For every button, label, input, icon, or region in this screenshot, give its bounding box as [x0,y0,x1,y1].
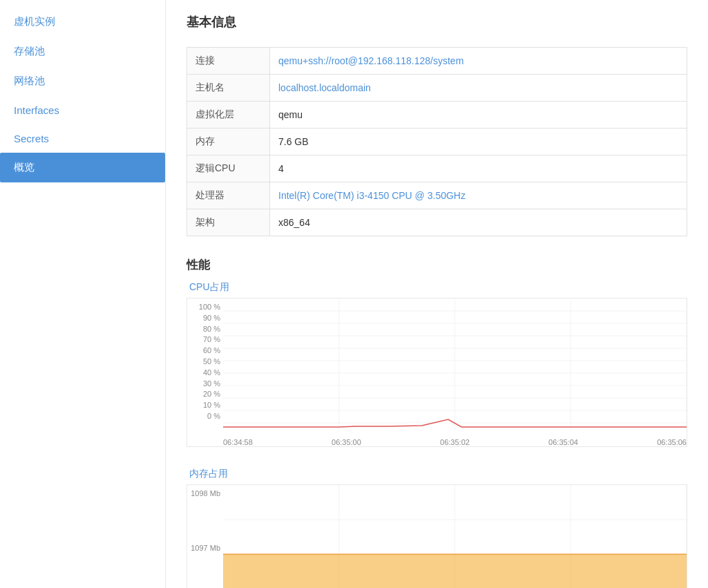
sidebar-item-vm-instances[interactable]: 虚机实例 [0,7,165,37]
info-label: 处理器 [187,182,270,209]
info-label: 逻辑CPU [187,155,270,182]
info-value: 7.6 GB [270,129,687,155]
sidebar-item-network-pool[interactable]: 网络池 [0,66,165,96]
info-value: Intel(R) Core(TM) i3-4150 CPU @ 3.50GHz [270,182,687,209]
mem-chart-label: 内存占用 [186,468,687,480]
cpu-y-axis: 100 %90 %80 %70 %60 %50 %40 %30 %20 %10 … [187,298,223,437]
info-label: 内存 [187,129,270,155]
mem-chart-container: 1098 Mb 1097 Mb 1096 Mb [186,484,687,588]
cpu-chart-container: 100 %90 %80 %70 %60 %50 %40 %30 %20 %10 … [186,298,687,447]
cpu-chart-plot [223,298,687,437]
mem-chart-plot [223,485,687,588]
info-value: localhost.localdomain [270,75,687,102]
cpu-chart-label: CPU占用 [186,281,687,294]
sidebar: 虚机实例存储池网络池InterfacesSecrets概览 [0,0,166,588]
basic-info-table: 连接qemu+ssh://root@192.168.118.128/system… [186,47,687,236]
sidebar-item-storage-pool[interactable]: 存储池 [0,37,165,66]
info-label: 虚拟化层 [187,102,270,129]
sidebar-item-secrets[interactable]: Secrets [0,124,165,153]
basic-info-title: 基本信息 [186,14,687,36]
cpu-x-axis: 06:34:5806:35:0006:35:0206:35:0406:35:06 [187,437,687,446]
sidebar-item-interfaces[interactable]: Interfaces [0,96,165,124]
sidebar-item-overview[interactable]: 概览 [0,153,165,182]
info-label: 主机名 [187,75,270,102]
performance-title: 性能 [186,257,687,273]
info-value: x86_64 [270,209,687,236]
info-label: 架构 [187,209,270,236]
info-label: 连接 [187,48,270,75]
info-value: qemu+ssh://root@192.168.118.128/system [270,48,687,75]
svg-marker-21 [223,554,687,588]
main-content: 基本信息 连接qemu+ssh://root@192.168.118.128/s… [166,0,708,588]
info-value: 4 [270,155,687,182]
info-value: qemu [270,102,687,129]
mem-y-axis: 1098 Mb 1097 Mb 1096 Mb [187,485,223,588]
